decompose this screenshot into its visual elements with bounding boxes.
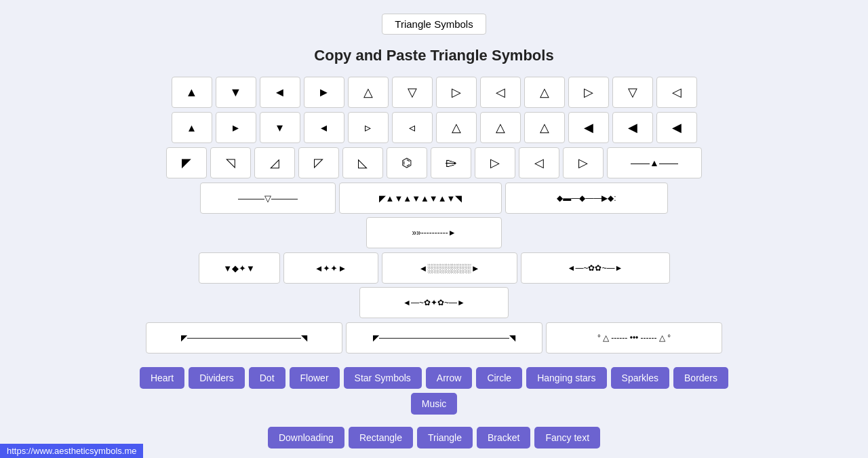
- tag-sparkles[interactable]: Sparkles: [611, 367, 669, 389]
- symbol-cell[interactable]: △: [524, 112, 565, 143]
- tag-star-symbols[interactable]: Star Symbols: [344, 367, 422, 389]
- symbol-cell[interactable]: ▷: [436, 77, 477, 108]
- page-title-button[interactable]: Triangle Symbols: [382, 14, 486, 35]
- tag-music[interactable]: Music: [411, 393, 458, 415]
- symbol-cell-wide[interactable]: ◆▬—◆——▶◆:: [505, 183, 668, 214]
- symbol-cell-wide[interactable]: ◄✦✦►: [283, 252, 378, 284]
- symbols-row-5: ▼◆✦▼ ◄✦✦► ◄░░░░░░░► ◄—~✿✿~—► ◄—~✿✦✿~—►: [136, 252, 732, 318]
- symbol-cell[interactable]: ◸: [298, 147, 339, 178]
- symbol-cell[interactable]: ▹: [348, 112, 389, 143]
- symbol-cell-wide[interactable]: ◤——————————————◥: [146, 322, 342, 354]
- symbol-cell-wide[interactable]: ◄—~✿✿~—►: [521, 252, 670, 284]
- symbol-cell[interactable]: ◁: [519, 147, 559, 178]
- symbol-cell[interactable]: ▸: [216, 112, 256, 143]
- symbol-cell[interactable]: ⌲: [431, 147, 471, 178]
- symbol-cell[interactable]: ◄: [260, 77, 300, 108]
- symbol-cell[interactable]: △: [524, 77, 565, 108]
- symbol-cell[interactable]: ◀: [612, 112, 653, 143]
- tag-arrow[interactable]: Arrow: [426, 367, 473, 389]
- symbol-cell-wide[interactable]: ◄░░░░░░░►: [382, 252, 517, 284]
- symbol-cell[interactable]: ◿: [254, 147, 295, 178]
- symbol-cell-wide[interactable]: ———▽———: [200, 183, 336, 214]
- tag-circle[interactable]: Circle: [476, 367, 522, 389]
- symbols-row-6: ◤——————————————◥ ◤————————————————◥ ° △ …: [146, 322, 722, 354]
- tag-borders[interactable]: Borders: [673, 367, 728, 389]
- symbol-cell[interactable]: ◁: [480, 77, 521, 108]
- tags-row-1: Heart Dividers Dot Flower Star Symbols A…: [136, 367, 732, 415]
- symbol-cell[interactable]: △: [480, 112, 521, 143]
- tag-fancy-text[interactable]: Fancy text: [534, 427, 600, 449]
- symbol-cell[interactable]: ▾: [260, 112, 300, 143]
- symbol-cell[interactable]: ◁: [656, 77, 697, 108]
- tag-triangle[interactable]: Triangle: [417, 427, 473, 449]
- tags-row-2: Downloading Rectangle Triangle Bracket F…: [268, 427, 600, 449]
- symbols-row-4: ———▽——— ◤▲▼▲▼▲▼▲▼◥ ◆▬—◆——▶◆: »»---------…: [136, 183, 732, 248]
- symbols-row-2: ▴ ▸ ▾ ◂ ▹ ◃ △ △ △ ◀ ◀ ◀: [172, 112, 697, 143]
- symbol-cell[interactable]: ▷: [568, 77, 609, 108]
- tag-heart[interactable]: Heart: [140, 367, 184, 389]
- symbol-cell[interactable]: ◤: [166, 147, 207, 178]
- symbol-cell[interactable]: ▴: [172, 112, 212, 143]
- symbol-cell-wide[interactable]: ▼◆✦▼: [199, 252, 280, 284]
- symbol-cell[interactable]: ◂: [304, 112, 344, 143]
- symbol-cell[interactable]: ◺: [342, 147, 383, 178]
- symbol-cell[interactable]: ◃: [392, 112, 433, 143]
- symbol-cell[interactable]: ◀: [656, 112, 697, 143]
- tag-rectangle[interactable]: Rectangle: [349, 427, 413, 449]
- symbol-cell-wide[interactable]: ◄—~✿✦✿~—►: [359, 287, 509, 318]
- symbol-cell[interactable]: ▲: [172, 77, 212, 108]
- symbol-cell[interactable]: ▼: [216, 77, 256, 108]
- symbol-cell[interactable]: △: [348, 77, 389, 108]
- symbol-cell[interactable]: ▽: [612, 77, 653, 108]
- symbol-cell[interactable]: ⌬: [387, 147, 427, 178]
- symbol-cell-wide[interactable]: ◤————————————————◥: [346, 322, 542, 354]
- symbol-cell[interactable]: ◹: [210, 147, 251, 178]
- symbol-cell[interactable]: ▽: [392, 77, 433, 108]
- tag-flower[interactable]: Flower: [290, 367, 340, 389]
- symbol-cell[interactable]: ►: [304, 77, 344, 108]
- tag-downloading[interactable]: Downloading: [268, 427, 344, 449]
- tag-bracket[interactable]: Bracket: [477, 427, 530, 449]
- status-bar: https://www.aestheticsymbols.me: [0, 444, 143, 458]
- symbol-cell[interactable]: ▷: [475, 147, 515, 178]
- symbols-row-1: ▲ ▼ ◄ ► △ ▽ ▷ ◁ △ ▷ ▽ ◁: [172, 77, 697, 108]
- symbol-cell[interactable]: ◀: [568, 112, 609, 143]
- symbol-cell-wide[interactable]: ° △ ------ ••• ------ △ °: [546, 322, 722, 354]
- tag-hanging-stars[interactable]: Hanging stars: [526, 367, 606, 389]
- main-heading: Copy and Paste Triangle Symbols: [314, 47, 553, 64]
- tag-dot[interactable]: Dot: [249, 367, 285, 389]
- symbol-cell[interactable]: △: [436, 112, 477, 143]
- symbols-row-3: ◤ ◹ ◿ ◸ ◺ ⌬ ⌲ ▷ ◁ ▷ ——▲——: [166, 147, 702, 178]
- symbol-cell-wide[interactable]: »»----------►: [366, 217, 502, 248]
- symbol-cell[interactable]: ▷: [563, 147, 604, 178]
- symbol-cell-wide[interactable]: ◤▲▼▲▼▲▼▲▼◥: [339, 183, 502, 214]
- tag-dividers[interactable]: Dividers: [189, 367, 245, 389]
- symbol-cell-wide[interactable]: ——▲——: [607, 147, 702, 178]
